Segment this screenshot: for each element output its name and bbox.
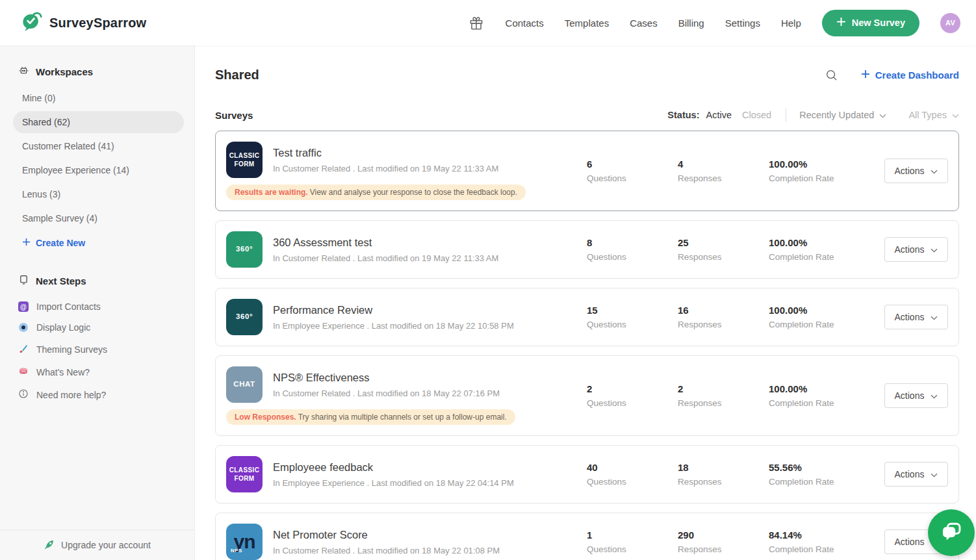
survey-notice: Low Responses.Try sharing via multiple c… [226, 409, 515, 425]
create-dashboard-button[interactable]: Create Dashboard [861, 70, 959, 81]
sidebar-item-shared[interactable]: Shared (62) [13, 111, 184, 133]
chevron-down-icon [931, 166, 938, 176]
chat-bubble-icon [940, 520, 963, 546]
next-steps-header: Next Steps [13, 274, 184, 287]
actions-button[interactable]: Actions [884, 383, 948, 408]
create-new-workspace-button[interactable]: Create New [13, 231, 184, 255]
plus-icon [836, 17, 846, 29]
sidebar-item-display-logic[interactable]: Display Logic [13, 317, 184, 338]
chevron-down-icon [879, 110, 886, 120]
completion-rate: 55.56% [769, 462, 884, 473]
new-survey-button[interactable]: New Survey [822, 10, 919, 36]
sidebar-item-need-help[interactable]: Need more help? [13, 383, 184, 406]
nav-link-contacts[interactable]: Contacts [506, 18, 544, 29]
chevron-down-icon [931, 244, 938, 255]
survey-title[interactable]: Test traffic [273, 147, 498, 159]
responses-count: 18 [678, 462, 769, 473]
survey-type-badge: 360° [226, 299, 263, 335]
chevron-down-icon [931, 312, 938, 322]
top-navbar: SurveySparrow Contacts Templates Cases B… [0, 0, 976, 45]
upgrade-account-button[interactable]: Upgrade your account [0, 529, 194, 560]
next-steps-icon [18, 274, 29, 287]
survey-notice: Results are waiting.View and analyse you… [226, 185, 526, 200]
actions-button[interactable]: Actions [884, 305, 948, 329]
nav-link-templates[interactable]: Templates [565, 18, 609, 29]
at-icon: @ [18, 301, 29, 312]
chevron-down-icon [931, 469, 938, 479]
actions-button[interactable]: Actions [884, 237, 948, 262]
survey-title[interactable]: NPS® Effectiveness [273, 372, 500, 384]
sidebar-item-employee-experience[interactable]: Employee Experience (14) [13, 159, 184, 181]
survey-title[interactable]: 360 Assessment test [273, 236, 498, 249]
type-dropdown[interactable]: All Types [908, 110, 959, 120]
completion-rate: 100.00% [769, 237, 884, 248]
survey-meta: In Customer Related . Last modified on 1… [273, 546, 500, 555]
paintbrush-icon [18, 343, 29, 355]
chevron-down-icon [931, 390, 938, 401]
plus-icon [861, 70, 870, 81]
status-filter-closed[interactable]: Closed [742, 110, 771, 120]
survey-list: CLASSIC FORM Test traffic In Customer Re… [215, 131, 959, 560]
nav-link-help[interactable]: Help [781, 18, 801, 29]
responses-count: 25 [678, 237, 769, 248]
page-title: Shared [215, 68, 259, 83]
chevron-down-icon [952, 110, 959, 120]
responses-count: 2 [678, 383, 769, 394]
responses-count: 290 [678, 529, 769, 541]
gift-icon[interactable] [468, 14, 485, 31]
avatar[interactable]: AV [940, 13, 960, 33]
responses-count: 4 [678, 159, 769, 170]
sidebar-item-sample-survey[interactable]: Sample Survey (4) [13, 207, 184, 229]
survey-type-badge: CLASSIC FORM [226, 456, 263, 492]
questions-count: 6 [587, 159, 678, 170]
completion-rate: 100.00% [769, 305, 884, 316]
sidebar-item-customer-related[interactable]: Customer Related (41) [13, 135, 184, 157]
display-logic-icon [19, 323, 28, 332]
questions-count: 15 [587, 305, 678, 316]
responses-count: 16 [678, 305, 769, 316]
survey-card[interactable]: 360° 360 Assessment test In Customer Rel… [215, 220, 959, 279]
completion-rate: 100.00% [769, 159, 884, 170]
survey-card[interactable]: yn NPS Net Promoter Score In Customer Re… [215, 513, 959, 560]
sidebar-item-theming-surveys[interactable]: Theming Surveys [13, 338, 184, 361]
questions-count: 1 [587, 529, 678, 541]
survey-card[interactable]: CLASSIC FORM Employeee feedback In Emplo… [215, 445, 959, 503]
surveys-heading: Surveys [215, 110, 253, 121]
nav-link-settings[interactable]: Settings [725, 18, 760, 29]
nav-link-cases[interactable]: Cases [630, 18, 658, 29]
sidebar-item-whats-new[interactable]: What's New? [13, 361, 184, 383]
info-icon [18, 388, 29, 401]
actions-button[interactable]: Actions [884, 159, 948, 183]
survey-card[interactable]: CLASSIC FORM Test traffic In Customer Re… [215, 131, 959, 211]
search-icon[interactable] [825, 69, 838, 81]
survey-title[interactable]: Employeee feedback [273, 461, 514, 474]
sidebar-item-import-contacts[interactable]: @ Import Contacts [13, 296, 184, 317]
completion-rate: 84.14% [769, 529, 884, 541]
brand-logo[interactable]: SurveySparrow [19, 10, 146, 36]
questions-count: 2 [587, 383, 678, 394]
survey-card[interactable]: 360° Performance Review In Employee Expe… [215, 288, 959, 346]
survey-type-badge: CHAT [226, 366, 263, 403]
survey-title[interactable]: Net Promoter Score [273, 529, 500, 541]
status-label: Status: [667, 110, 699, 120]
survey-card[interactable]: CHAT NPS® Effectiveness In Customer Rela… [215, 355, 959, 436]
survey-title[interactable]: Performance Review [273, 304, 514, 316]
questions-count: 40 [587, 462, 678, 473]
drum-icon [18, 366, 29, 378]
workspaces-icon [18, 65, 29, 78]
rocket-icon [44, 539, 55, 552]
survey-meta: In Customer Related . Last modified on 1… [273, 253, 498, 263]
status-filter-active[interactable]: Active [706, 110, 732, 120]
actions-button[interactable]: Actions [884, 462, 948, 487]
chat-fab[interactable] [928, 509, 975, 556]
sparrow-logo-icon [19, 10, 43, 36]
survey-type-badge: yn NPS [226, 524, 263, 560]
sidebar-item-lenus[interactable]: Lenus (3) [13, 183, 184, 205]
survey-meta: In Employee Experience . Last modified o… [273, 478, 514, 488]
questions-count: 8 [587, 237, 678, 248]
sort-dropdown[interactable]: Recently Updated [799, 110, 886, 120]
main-content: Shared Create Dashboard Surveys Status: [195, 45, 976, 560]
workspaces-header: Workspaces [13, 65, 184, 78]
nav-link-billing[interactable]: Billing [678, 18, 704, 29]
sidebar-item-mine[interactable]: Mine (0) [13, 87, 184, 109]
